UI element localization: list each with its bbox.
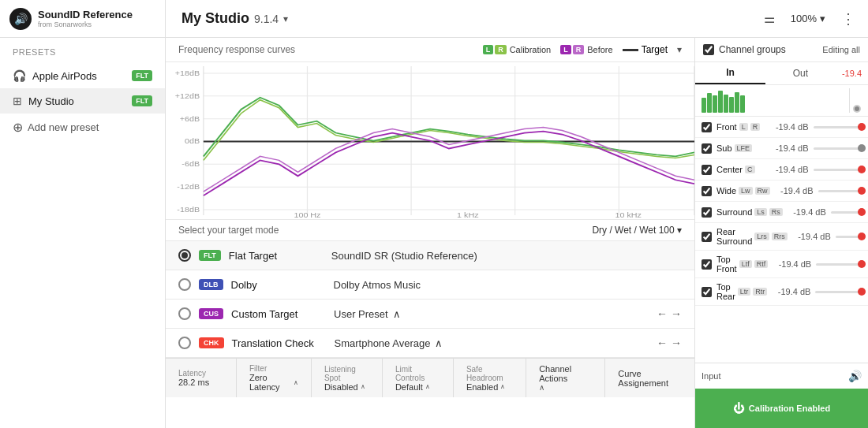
target-item-translation[interactable]: CHK Translation Check Smartphone Average… xyxy=(166,329,694,358)
add-icon: ⊕ xyxy=(13,120,23,135)
svg-text:0dB: 0dB xyxy=(185,137,200,145)
custom-prev-arrow[interactable]: ← xyxy=(657,307,668,320)
add-preset-button[interactable]: ⊕ Add new preset xyxy=(0,114,165,141)
front-slider-thumb xyxy=(858,123,866,131)
rear-surround-checkbox[interactable] xyxy=(702,232,712,242)
top-front-db: -19.4 dB xyxy=(768,259,811,269)
center-panel: Frequency response curves L R Calibratio… xyxy=(166,38,694,428)
mystudio-badge: FLT xyxy=(132,95,152,106)
channel-groups-checkbox[interactable] xyxy=(703,44,714,55)
surround-slider-track xyxy=(831,211,862,214)
rear-surround-db: -19.4 dB xyxy=(788,232,831,241)
headroom-arrow-icon: ∧ xyxy=(500,383,505,390)
flat-radio[interactable] xyxy=(178,249,191,262)
center-slider[interactable] xyxy=(814,163,862,176)
channel-row-sub: Sub LFE -19.4 dB xyxy=(695,138,868,159)
translation-radio[interactable] xyxy=(178,337,191,349)
zoom-value: 100% xyxy=(791,13,817,24)
listening-status: Listening Spot Disabled ∧ xyxy=(312,359,383,397)
sub-db: -19.4 dB xyxy=(765,143,809,153)
top-front-slider[interactable] xyxy=(816,258,862,270)
filter-status: Filter Zero Latency ∧ xyxy=(237,359,312,397)
channel-row-wide: Wide Lw Rw -19.4 dB xyxy=(695,181,868,202)
headroom-label: Safe Headroom xyxy=(466,365,513,382)
target-item-flat[interactable]: FLT Flat Target SoundID SR (Studio Refer… xyxy=(166,241,694,270)
flat-value: SoundID SR (Studio Reference) xyxy=(331,250,682,262)
flat-badge: FLT xyxy=(199,250,221,261)
translation-prev-arrow[interactable]: ← xyxy=(657,337,668,349)
channel-actions-button[interactable]: Channel Actions ∧ xyxy=(526,359,605,397)
studio-dropdown-icon[interactable]: ▾ xyxy=(283,13,288,24)
airpods-label: Apple AirPods xyxy=(32,70,125,82)
target-item-custom[interactable]: CUS Custom Target User Preset ∧ ← → xyxy=(166,300,694,329)
surround-checkbox[interactable] xyxy=(702,207,712,218)
front-db: -19.4 dB xyxy=(765,122,809,132)
top-rear-checkbox[interactable] xyxy=(702,287,712,297)
front-slider[interactable] xyxy=(814,121,862,133)
channel-groups-header: Channel groups Editing all xyxy=(695,38,868,62)
svg-text:-6dB: -6dB xyxy=(181,160,200,168)
sidebar-item-airpods[interactable]: 🎧 Apple AirPods FLT xyxy=(0,63,165,88)
vu-bar-2 xyxy=(707,93,712,113)
center-checkbox[interactable] xyxy=(702,165,712,175)
tab-out[interactable]: Out xyxy=(765,63,836,84)
translation-value: Smartphone Average ∧ xyxy=(335,337,649,349)
speaker-icon[interactable]: 🔊 xyxy=(848,370,862,382)
zoom-select[interactable]: 100% ▾ xyxy=(784,9,832,28)
sub-checkbox[interactable] xyxy=(702,143,712,154)
legend-dropdown-icon[interactable]: ▾ xyxy=(677,44,682,55)
sub-lfe-tag: LFE xyxy=(735,144,753,152)
front-r-tag: R xyxy=(750,123,761,131)
tab-in[interactable]: In xyxy=(695,62,765,84)
top-rear-slider[interactable] xyxy=(815,285,862,298)
vu-bars-left xyxy=(702,88,847,113)
custom-radio[interactable] xyxy=(178,307,191,320)
custom-arrows: ← → xyxy=(657,307,682,320)
editing-all-label: Editing all xyxy=(822,45,860,54)
surround-ls-tag: Ls xyxy=(754,208,767,216)
main-layout: Presets 🎧 Apple AirPods FLT ⊞ My Studio … xyxy=(0,38,868,428)
surround-db: -19.4 dB xyxy=(783,207,826,217)
front-checkbox[interactable] xyxy=(702,122,712,132)
front-channel-name: Front L R xyxy=(716,122,765,132)
target-legend-label: Target xyxy=(642,44,668,55)
calibration-legend: L R Calibration xyxy=(483,45,552,54)
top-rear-channel-name: Top Rear Ltr Rtr xyxy=(716,282,767,301)
dolby-radio[interactable] xyxy=(178,278,191,291)
channel-actions-arrow-icon: ∧ xyxy=(539,383,592,392)
wide-slider[interactable] xyxy=(818,184,862,197)
translation-next-arrow[interactable]: → xyxy=(671,337,682,349)
app-icon: 🔊 xyxy=(9,8,32,30)
target-legend: Target xyxy=(623,44,668,55)
mixer-icon[interactable]: ⚌ xyxy=(764,11,775,26)
curve-assignment-label: Curve Assignement xyxy=(618,369,682,388)
in-out-tabs: In Out -19.4 xyxy=(695,62,868,85)
calibration-label: Calibration Enabled xyxy=(749,404,830,413)
right-panel-bottom: Input 🔊 xyxy=(695,363,868,389)
channel-row-top-front: Top Front Ltf Rtf -19.4 dB xyxy=(695,251,868,278)
vu-bar-4 xyxy=(718,91,723,113)
sidebar-item-mystudio[interactable]: ⊞ My Studio FLT xyxy=(0,88,165,114)
translation-name: Translation Check xyxy=(232,337,327,349)
translation-badge: CHK xyxy=(199,337,224,348)
before-r-badge: R xyxy=(573,45,585,54)
logo-area: 🔊 SoundID Reference from Sonarworks xyxy=(0,0,166,37)
target-item-dolby[interactable]: DLB Dolby Dolby Atmos Music xyxy=(166,270,694,300)
calibration-button[interactable]: ⏻ Calibration Enabled xyxy=(695,389,868,428)
svg-text:-18dB: -18dB xyxy=(177,206,200,214)
vu-right-knob xyxy=(852,105,862,113)
surround-slider[interactable] xyxy=(831,206,862,218)
top-front-checkbox[interactable] xyxy=(702,259,712,270)
translation-arrows: ← → xyxy=(657,337,682,349)
top-rear-ltr-tag: Ltr xyxy=(738,288,751,296)
wide-checkbox[interactable] xyxy=(702,186,712,196)
custom-next-arrow[interactable]: → xyxy=(671,307,682,320)
more-options-icon[interactable]: ⋮ xyxy=(841,10,855,28)
sub-slider[interactable] xyxy=(814,142,862,154)
surround-slider-thumb xyxy=(858,208,866,216)
rear-surround-slider[interactable] xyxy=(836,230,862,243)
top-right: ⚌ 100% ▾ ⋮ xyxy=(751,9,868,28)
listening-label: Listening Spot xyxy=(324,365,369,382)
sub-slider-thumb xyxy=(858,144,866,152)
channel-row-center: Center C -19.4 dB xyxy=(695,159,868,181)
